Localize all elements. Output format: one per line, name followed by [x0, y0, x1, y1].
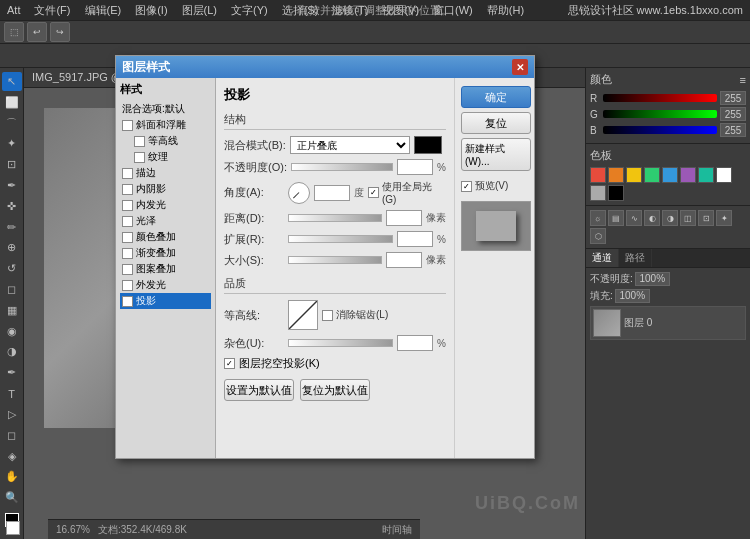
tool-hand[interactable]: ✋ [2, 467, 22, 486]
stroke-checkbox[interactable] [122, 168, 133, 179]
tool-gradient[interactable]: ▦ [2, 301, 22, 320]
opacity-value[interactable]: 100% [635, 272, 670, 286]
inner-shadow-item[interactable]: 内阴影 [120, 181, 211, 197]
fill-value[interactable]: 100% [615, 289, 650, 303]
adjust-brightness[interactable]: ☼ [590, 210, 606, 226]
tool-3d[interactable]: ◈ [2, 447, 22, 466]
contour-preview[interactable] [288, 300, 318, 330]
swatch-orange[interactable] [608, 167, 624, 183]
red-value[interactable]: 255 [720, 91, 746, 105]
tool-lasso[interactable]: ⌒ [2, 114, 22, 133]
adjust-photo-filter[interactable]: ⬡ [590, 228, 606, 244]
menu-item-view[interactable]: 视图(V) [379, 3, 422, 18]
layer-knockout-checkbox[interactable] [224, 358, 235, 369]
tool-brush[interactable]: ✏ [2, 218, 22, 237]
contour-checkbox[interactable] [134, 136, 145, 147]
menu-item-filter[interactable]: 滤镜(T) [329, 3, 371, 18]
tool-path[interactable]: ▷ [2, 405, 22, 424]
dialog-close-button[interactable]: ✕ [512, 59, 528, 75]
reset-default-button[interactable]: 复位为默认值 [300, 379, 370, 401]
distance-slider[interactable] [288, 214, 382, 222]
swatch-white[interactable] [716, 167, 732, 183]
pattern-overlay-checkbox[interactable] [122, 264, 133, 275]
adjust-levels[interactable]: ▤ [608, 210, 624, 226]
swatch-red[interactable] [590, 167, 606, 183]
noise-slider[interactable] [288, 339, 393, 347]
gradient-overlay-item[interactable]: 渐变叠加 [120, 245, 211, 261]
inner-shadow-checkbox[interactable] [122, 184, 133, 195]
preview-checkbox[interactable] [461, 181, 472, 192]
blend-mode-select[interactable]: 正片叠底 [290, 136, 410, 154]
blend-color-swatch[interactable] [414, 136, 442, 154]
set-default-button[interactable]: 设置为默认值 [224, 379, 294, 401]
tool-eraser[interactable]: ◻ [2, 280, 22, 299]
new-style-button[interactable]: 新建样式(W)... [461, 138, 531, 171]
tool-marquee[interactable]: ⬜ [2, 93, 22, 112]
drop-shadow-item[interactable]: ✓ 投影 [120, 293, 211, 309]
anti-alias-checkbox[interactable] [322, 310, 333, 321]
swatch-gray[interactable] [590, 185, 606, 201]
menu-item-select[interactable]: 选择(S) [279, 3, 322, 18]
bevel-emboss-item[interactable]: 斜面和浮雕 [120, 117, 211, 133]
spread-slider[interactable] [288, 235, 393, 243]
satin-item[interactable]: 光泽 [120, 213, 211, 229]
layer-0-item[interactable]: 图层 0 [590, 306, 746, 340]
swatch-yellow[interactable] [626, 167, 642, 183]
tab-paths[interactable]: 路径 [619, 249, 652, 267]
contour-item[interactable]: 等高线 [120, 133, 211, 149]
opacity-slider[interactable] [291, 163, 393, 171]
toolbar-btn-1[interactable]: ⬚ [4, 22, 24, 42]
swatch-blue[interactable] [662, 167, 678, 183]
menu-item-help[interactable]: 帮助(H) [484, 3, 527, 18]
inner-glow-item[interactable]: 内发光 [120, 197, 211, 213]
swatch-teal[interactable] [698, 167, 714, 183]
adjust-vibrance[interactable]: ✦ [716, 210, 732, 226]
toolbar-btn-2[interactable]: ↩ [27, 22, 47, 42]
red-slider[interactable] [603, 94, 717, 102]
tool-magic-wand[interactable]: ✦ [2, 134, 22, 153]
drop-shadow-checkbox[interactable]: ✓ [122, 296, 133, 307]
tool-heal[interactable]: ✜ [2, 197, 22, 216]
inner-glow-checkbox[interactable] [122, 200, 133, 211]
adjust-color-balance[interactable]: ⊡ [698, 210, 714, 226]
green-value[interactable]: 255 [720, 107, 746, 121]
toolbar-btn-3[interactable]: ↪ [50, 22, 70, 42]
size-input[interactable]: 5 [386, 252, 422, 268]
texture-checkbox[interactable] [134, 152, 145, 163]
green-slider[interactable] [603, 110, 717, 118]
tool-blur[interactable]: ◉ [2, 322, 22, 341]
background-color[interactable] [6, 521, 20, 535]
angle-dial[interactable] [288, 182, 310, 204]
menu-item-layer[interactable]: 图层(L) [179, 3, 220, 18]
swatch-green[interactable] [644, 167, 660, 183]
cancel-button[interactable]: 复位 [461, 112, 531, 134]
swatch-purple[interactable] [680, 167, 696, 183]
tool-crop[interactable]: ⊡ [2, 155, 22, 174]
tab-channels[interactable]: 通道 [586, 249, 619, 267]
global-light-checkbox[interactable] [368, 187, 379, 198]
adjust-curves[interactable]: ∿ [626, 210, 642, 226]
stroke-item[interactable]: 描边 [120, 165, 211, 181]
blend-options-item[interactable]: 混合选项:默认 [120, 101, 211, 117]
tool-shape[interactable]: ◻ [2, 426, 22, 445]
tool-type[interactable]: T [2, 384, 22, 403]
color-overlay-item[interactable]: 颜色叠加 [120, 229, 211, 245]
tool-dodge[interactable]: ◑ [2, 343, 22, 362]
distance-input[interactable]: 5 [386, 210, 422, 226]
menu-item-type[interactable]: 文字(Y) [228, 3, 271, 18]
texture-item[interactable]: 纹理 [120, 149, 211, 165]
menu-item-file[interactable]: 文件(F) [31, 3, 73, 18]
blue-slider[interactable] [603, 126, 717, 134]
noise-input[interactable]: 0 [397, 335, 433, 351]
tool-move[interactable]: ↖ [2, 72, 22, 91]
color-panel-menu[interactable]: ≡ [740, 74, 746, 86]
blue-value[interactable]: 255 [720, 123, 746, 137]
swatch-black[interactable] [608, 185, 624, 201]
tool-zoom[interactable]: 🔍 [2, 488, 22, 507]
adjust-hue[interactable]: ◐ [644, 210, 660, 226]
layer-style-dialog[interactable]: 图层样式 ✕ 样式 混合选项:默认 斜面和浮雕 等高线 [115, 55, 535, 459]
menu-item-image[interactable]: 图像(I) [132, 3, 170, 18]
tool-history-brush[interactable]: ↺ [2, 259, 22, 278]
ok-button[interactable]: 确定 [461, 86, 531, 108]
size-slider[interactable] [288, 256, 382, 264]
